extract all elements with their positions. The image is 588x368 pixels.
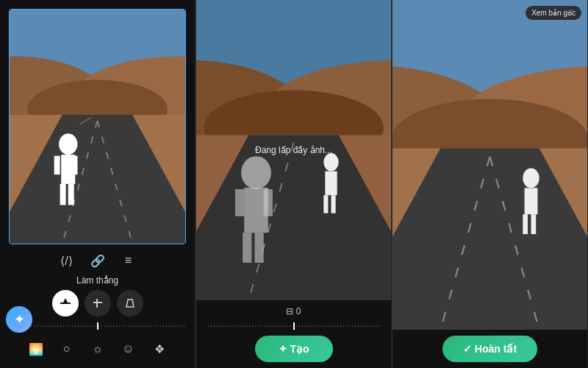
svg-point-9: [59, 134, 77, 155]
slider-area[interactable]: [4, 321, 190, 331]
processing-image-area: Đang lấp đầy ảnh...: [196, 0, 391, 300]
svg-rect-19: [96, 299, 98, 308]
tool-label: Làm thẳng: [76, 275, 118, 286]
svg-rect-32: [331, 195, 336, 213]
svg-rect-12: [68, 184, 74, 205]
svg-rect-11: [60, 184, 66, 205]
svg-rect-13: [54, 156, 60, 174]
svg-point-29: [323, 153, 338, 171]
spiral-icon-btn[interactable]: ○: [57, 339, 77, 359]
panel-result: Xem bản gốc ✓ Hoàn tất: [392, 0, 588, 368]
svg-rect-14: [72, 156, 78, 174]
tool-rotate[interactable]: [85, 290, 111, 316]
bottom-icon-row: 🌅 ○ ☼ ☺ ❖: [26, 336, 170, 364]
link-icon-btn[interactable]: 🔗: [87, 250, 108, 271]
svg-rect-16: [60, 302, 71, 304]
create-button[interactable]: ✦ Tạo: [255, 336, 333, 362]
ai-plus-button[interactable]: ✦: [6, 306, 32, 333]
svg-rect-30: [325, 171, 337, 196]
panel2-bottom: ⊟ 0 ✦ Tạo: [196, 300, 391, 368]
top-icon-row: ⟨/⟩ 🔗 ≡: [57, 250, 139, 271]
tool-straighten[interactable]: [52, 290, 79, 316]
result-desert-image: [392, 0, 587, 330]
code-icon-btn[interactable]: ⟨/⟩: [57, 250, 77, 271]
svg-rect-31: [323, 195, 328, 213]
svg-marker-17: [63, 298, 68, 302]
svg-rect-51: [523, 214, 528, 234]
svg-rect-52: [531, 214, 537, 234]
done-button[interactable]: ✓ Hoàn tất: [442, 336, 537, 362]
tool-perspective[interactable]: [117, 290, 143, 316]
svg-marker-20: [126, 300, 134, 307]
desert-image: [10, 10, 185, 244]
svg-rect-50: [525, 188, 538, 214]
tool-selector: [52, 290, 143, 316]
grid-icon-btn[interactable]: ❖: [149, 339, 170, 359]
panel-processing: Đang lấp đầy ảnh... ⊟ 0 ✦ Tạo: [196, 0, 392, 368]
result-image-area: Xem bản gốc: [392, 0, 587, 330]
sunset-icon-btn[interactable]: 🌅: [26, 339, 46, 359]
brightness-icon-btn[interactable]: ☼: [87, 339, 108, 359]
face-icon-btn[interactable]: ☺: [118, 339, 139, 359]
editor-toolbar: ⟨/⟩ 🔗 ≡ Làm thẳng: [0, 244, 195, 368]
slider-value-label: ⊟ 0: [286, 306, 301, 316]
panel3-bottom: ✓ Hoàn tất: [392, 330, 587, 368]
editor-image-area: [9, 9, 186, 244]
view-original-badge[interactable]: Xem bản gốc: [526, 6, 581, 20]
processing-text: Đang lấp đầy ảnh...: [255, 145, 332, 155]
panel-editor: ⟨/⟩ 🔗 ≡ Làm thẳng: [0, 0, 196, 368]
svg-point-49: [523, 168, 539, 188]
panel2-slider[interactable]: [202, 321, 385, 331]
menu-icon-btn[interactable]: ≡: [118, 250, 139, 271]
